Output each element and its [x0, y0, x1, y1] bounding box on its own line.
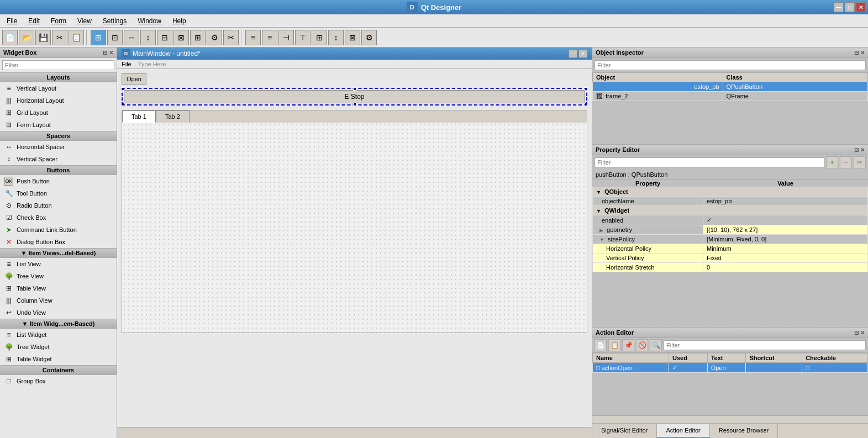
action-new-btn[interactable]: 📄 [595, 339, 607, 351]
prop-remove-btn[interactable]: − [840, 156, 852, 168]
widget-item-push-button[interactable]: OK Push Button [0, 175, 117, 187]
action-copy-btn[interactable]: 📋 [608, 339, 620, 351]
prop-edit-btn[interactable]: ✏ [854, 156, 866, 168]
obj-inspector-close-icon[interactable]: ✕ [860, 50, 865, 56]
prop-row-h-stretch[interactable]: Horizontal Stretch 0 [593, 263, 868, 272]
handle-tr[interactable] [585, 87, 588, 91]
action-row-open[interactable]: □ actionOpen ✓ Open □ [593, 363, 868, 373]
toolbar-save[interactable]: 💾 [35, 30, 51, 45]
form-content[interactable]: Open E Stop [117, 69, 592, 427]
tab-2[interactable]: Tab 2 [156, 110, 190, 123]
toolbar-widget-editor[interactable]: ⊞ [91, 30, 106, 45]
prop-val-objectname[interactable]: estop_pb [703, 197, 868, 206]
handle-br[interactable] [585, 103, 588, 106]
prop-val-enabled[interactable]: ✓ [703, 215, 868, 225]
prop-row-v-policy[interactable]: Vertical Policy Fixed [593, 254, 868, 263]
tab-content[interactable] [122, 123, 587, 333]
widget-item-undo-view[interactable]: ↩ Undo View [0, 307, 117, 319]
widget-item-list-view[interactable]: ≡ List View [0, 258, 117, 270]
toolbar-preview[interactable]: ⚙ [361, 30, 377, 45]
widget-item-radio-button[interactable]: ⊙ Radio Button [0, 199, 117, 212]
prop-row-h-policy[interactable]: Horizontal Policy Minimum [593, 244, 868, 254]
tab-signal-slot-editor[interactable]: Signal/Slot Editor [592, 424, 657, 438]
toolbar-resource[interactable]: ⊟ [157, 30, 172, 45]
prop-section-qobject[interactable]: ▼ QObject [593, 187, 868, 197]
toolbar-layout-form[interactable]: ↕ [328, 30, 344, 45]
toolbar-settings[interactable]: ⊞ [190, 30, 206, 45]
widget-box-close-icon[interactable]: ✕ [109, 50, 113, 56]
action-find-btn[interactable]: 🔍 [650, 339, 662, 351]
toolbar-action[interactable]: ⊠ [173, 30, 189, 45]
form-menu-file[interactable]: File [122, 61, 131, 67]
prop-val-v-policy[interactable]: Fixed [703, 254, 868, 263]
obj-inspector-float-icon[interactable]: ⊟ [854, 50, 859, 56]
toolbar-layout-right[interactable]: ⊤ [295, 30, 311, 45]
prop-editor-close-icon[interactable]: ✕ [860, 147, 865, 153]
obj-row-estop-pb[interactable]: estop_pb QPushButton [593, 82, 868, 92]
action-delete-btn[interactable]: 🚫 [636, 339, 648, 351]
prop-val-h-policy[interactable]: Minimum [703, 244, 868, 254]
handle-tl[interactable] [121, 87, 124, 91]
widget-box-float-icon[interactable]: ⊟ [103, 50, 107, 56]
action-editor-filter[interactable] [664, 340, 866, 350]
toolbar-open[interactable]: 📂 [19, 30, 34, 45]
toolbar-break[interactable]: ⊠ [345, 30, 360, 45]
widget-item-vertical-layout[interactable]: ≡ Vertical Layout [0, 82, 117, 94]
handle-bl[interactable] [121, 103, 124, 106]
form-menu-type-here[interactable]: Type Here [138, 61, 166, 67]
widget-item-v-spacer[interactable]: ↕ Vertical Spacer [0, 153, 117, 165]
widget-item-tree-view[interactable]: 🌳 Tree View [0, 270, 117, 282]
tab-1[interactable]: Tab 1 [122, 110, 156, 123]
widget-item-column-view[interactable]: ||| Column View [0, 294, 117, 307]
close-button[interactable]: ✕ [856, 2, 866, 12]
widget-item-group-box[interactable]: □ Group Box [0, 375, 117, 387]
action-editor-scroll[interactable]: Name Used Text Shortcut Checkable □ acti… [592, 353, 868, 415]
menu-file[interactable]: File [2, 16, 22, 26]
minimize-button[interactable]: — [834, 2, 844, 12]
toolbar-layout-v[interactable]: ≡ [262, 30, 277, 45]
menu-settings[interactable]: Settings [98, 16, 131, 26]
widget-item-tree-widget[interactable]: 🌳 Tree Widget [0, 341, 117, 353]
widget-item-h-spacer[interactable]: ↔ Horizontal Spacer [0, 141, 117, 153]
form-minimize-btn[interactable]: — [569, 49, 577, 58]
action-paste-btn[interactable]: 📌 [622, 339, 634, 351]
widget-item-check-box[interactable]: ☑ Check Box [0, 212, 117, 224]
toolbar-copy[interactable]: 📋 [69, 30, 84, 45]
widget-item-tool-button[interactable]: 🔧 Tool Button [0, 187, 117, 199]
toolbar-layout-h[interactable]: ≡ [245, 30, 261, 45]
action-editor-close-icon[interactable]: ✕ [860, 330, 865, 336]
widget-item-horizontal-layout[interactable]: ||| Horizontal Layout [0, 94, 117, 107]
prop-add-btn[interactable]: + [826, 156, 838, 168]
widget-item-form-layout[interactable]: ⊟ Form Layout [0, 119, 117, 131]
menu-window[interactable]: Window [133, 16, 166, 26]
menu-help[interactable]: Help [168, 16, 191, 26]
maximize-button[interactable]: □ [845, 2, 855, 12]
toolbar-layout-grid[interactable]: ⊞ [312, 30, 327, 45]
property-editor-filter[interactable] [595, 157, 824, 167]
prop-val-geometry[interactable]: [(10, 10), 762 x 27] [703, 225, 868, 235]
prop-editor-float-icon[interactable]: ⊟ [854, 147, 859, 153]
object-inspector-filter[interactable] [595, 60, 866, 70]
property-editor-scroll[interactable]: Property Value ▼ QObject [592, 180, 868, 327]
widget-item-list-widget[interactable]: ≡ List Widget [0, 329, 117, 341]
widget-item-grid-layout[interactable]: ⊞ Grid Layout [0, 107, 117, 119]
toolbar-signal-slot[interactable]: ⊡ [107, 30, 123, 45]
widget-item-table-widget[interactable]: ⊞ Table Widget [0, 353, 117, 365]
obj-row-frame2[interactable]: 🖼 frame_2 QFrame [593, 92, 868, 101]
toolbar-tab-order[interactable]: ↔ [124, 30, 139, 45]
menu-edit[interactable]: Edit [24, 16, 44, 26]
handle-bc[interactable] [353, 103, 356, 106]
toolbar-help[interactable]: ⚙ [207, 30, 222, 45]
tab-resource-browser[interactable]: Resource Browser [710, 424, 778, 438]
prop-row-objectname[interactable]: objectName estop_pb [593, 197, 868, 206]
prop-section-qwidget[interactable]: ▼ QWidget [593, 206, 868, 215]
estop-button[interactable]: E Stop [124, 90, 585, 103]
open-button[interactable]: Open [122, 73, 146, 85]
action-editor-float-icon[interactable]: ⊟ [854, 330, 859, 336]
action-editor-hscrollbar[interactable] [592, 415, 868, 423]
prop-row-enabled[interactable]: enabled ✓ [593, 215, 868, 225]
prop-row-geometry[interactable]: ▶ geometry [(10, 10), 762 x 27] [593, 225, 868, 235]
prop-val-h-stretch[interactable]: 0 [703, 263, 868, 272]
widget-box-filter[interactable] [2, 60, 114, 70]
menu-form[interactable]: Form [46, 16, 71, 26]
